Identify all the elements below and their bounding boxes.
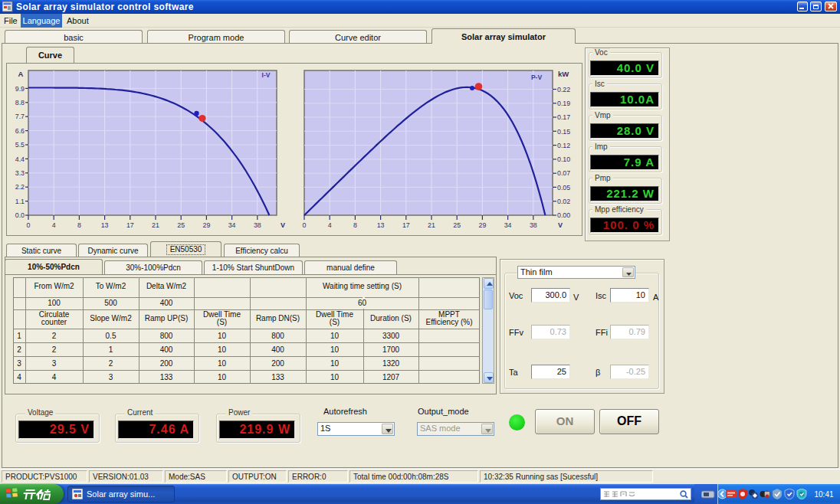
svg-text:3.3: 3.3 (15, 169, 25, 177)
svg-text:21: 21 (152, 221, 159, 229)
svg-text:8: 8 (77, 221, 81, 229)
svg-text:0: 0 (27, 221, 31, 229)
svg-text:I-V: I-V (262, 71, 271, 79)
svg-text:0.02: 0.02 (557, 198, 570, 205)
svg-text:0.22: 0.22 (557, 86, 570, 93)
svg-text:kW: kW (558, 70, 569, 78)
svg-text:V: V (558, 221, 563, 229)
svg-text:38: 38 (254, 221, 261, 229)
svg-text:25: 25 (453, 221, 461, 229)
svg-text:8.8: 8.8 (15, 99, 25, 106)
svg-text:13: 13 (377, 221, 385, 229)
svg-text:7.7: 7.7 (15, 113, 25, 120)
svg-text:4: 4 (52, 221, 56, 229)
svg-text:0.00: 0.00 (557, 211, 570, 219)
svg-text:0.10: 0.10 (557, 155, 570, 163)
svg-text:5.5: 5.5 (15, 141, 25, 149)
svg-text:2.2: 2.2 (15, 183, 25, 191)
svg-text:4.4: 4.4 (15, 155, 25, 163)
svg-text:8: 8 (353, 221, 357, 229)
svg-text:17: 17 (402, 221, 410, 229)
svg-text:29: 29 (203, 221, 211, 229)
svg-text:0.05: 0.05 (557, 184, 570, 191)
svg-text:38: 38 (530, 221, 537, 229)
svg-text:0: 0 (303, 221, 307, 229)
svg-text:21: 21 (428, 221, 435, 229)
svg-text:17: 17 (126, 221, 134, 229)
svg-text:V: V (281, 221, 285, 229)
svg-text:34: 34 (504, 221, 512, 229)
svg-text:P-V: P-V (531, 74, 543, 81)
svg-text:25: 25 (177, 221, 185, 229)
svg-text:9.9: 9.9 (15, 85, 25, 93)
svg-text:6.6: 6.6 (15, 127, 25, 135)
svg-text:34: 34 (228, 221, 236, 229)
svg-text:0.07: 0.07 (557, 169, 570, 177)
svg-text:0.12: 0.12 (557, 142, 570, 149)
svg-text:29: 29 (479, 221, 487, 229)
svg-text:4: 4 (328, 221, 332, 229)
svg-text:0.17: 0.17 (557, 113, 570, 121)
svg-text:0.19: 0.19 (557, 100, 570, 107)
svg-text:0.15: 0.15 (557, 128, 570, 136)
svg-text:A: A (18, 70, 24, 78)
svg-text:1.1: 1.1 (15, 198, 25, 205)
svg-text:13: 13 (101, 221, 109, 229)
svg-text:0.0: 0.0 (15, 211, 25, 219)
